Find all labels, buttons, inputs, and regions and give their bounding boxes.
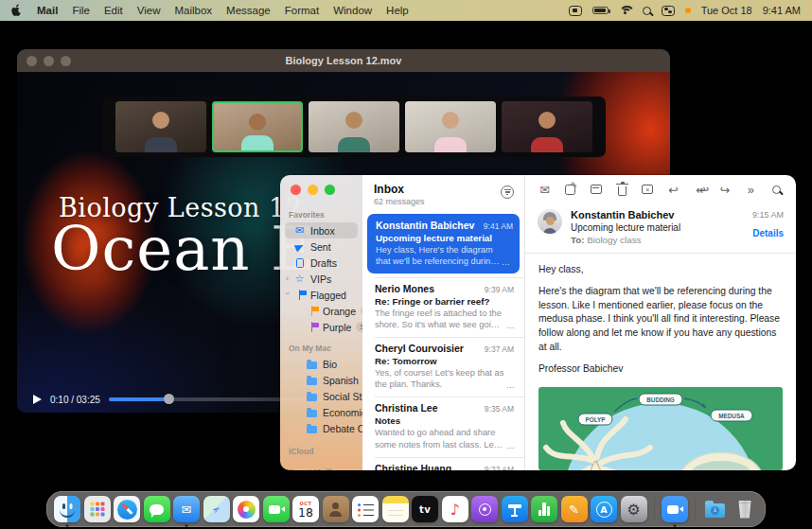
trash-icon[interactable] <box>615 183 629 197</box>
participant-tile <box>115 101 206 152</box>
dock-item-reminders[interactable] <box>352 496 379 522</box>
dock-item-mail[interactable]: ✉ <box>173 496 200 522</box>
search-icon[interactable] <box>769 183 784 197</box>
dock-item-numbers[interactable] <box>531 496 557 522</box>
archive-icon[interactable] <box>589 183 603 197</box>
sidebar-item-vips[interactable]: › ☆VIPs <box>285 271 358 287</box>
dock-item-trash[interactable] <box>732 496 758 522</box>
minimize-button[interactable] <box>44 56 54 66</box>
dock-item-contacts[interactable] <box>323 496 349 522</box>
sidebar-section-icloud[interactable]: iCloud <box>280 447 362 456</box>
menu-item-edit[interactable]: Edit <box>104 5 123 16</box>
close-button[interactable] <box>291 185 301 195</box>
dock-item-notes[interactable] <box>382 496 409 522</box>
spotlight-search-icon[interactable] <box>643 7 651 15</box>
dock-item-messages[interactable] <box>144 496 170 522</box>
sidebar-item-social-studies[interactable]: Social Studies <box>285 388 358 404</box>
menu-item-file[interactable]: File <box>72 5 90 16</box>
sidebar-section-favorites: Favorites <box>280 210 362 220</box>
dock-item-safari[interactable] <box>114 496 140 522</box>
dock-item-keynote[interactable] <box>502 496 528 522</box>
folder-icon <box>306 360 318 369</box>
mail-sidebar: Favorites ✉Inbox Sent Drafts › ☆VIPs › F… <box>280 175 362 470</box>
message-row[interactable]: Christina Lee9:35 AM Notes Wanted to go … <box>362 397 524 456</box>
message-row-selected[interactable]: Konstantin Babichev9:41 AM Upcoming lect… <box>367 214 520 273</box>
apple-menu-icon[interactable] <box>11 4 23 17</box>
dock-item-maps[interactable]: ➣ <box>203 496 230 522</box>
message-row[interactable]: Nerio Mones9:39 AM Re: Fringe or barrier… <box>362 277 524 337</box>
sidebar-item-sent[interactable]: Sent <box>285 238 358 255</box>
menu-bar-time[interactable]: 9:41 AM <box>763 5 801 16</box>
dock-item-appletv[interactable]: tv <box>412 496 438 522</box>
dock-item-pages[interactable]: ✎ <box>561 496 588 522</box>
body-paragraph: Professor Babichev <box>538 362 783 377</box>
sidebar-item-flag-orange[interactable]: Orange 3 <box>285 303 358 319</box>
message-list-header: Inbox 62 messages <box>362 175 524 210</box>
finder-icon <box>54 496 80 522</box>
video-overlay-heading: Ocean E <box>51 214 316 284</box>
message-row[interactable]: Cheryl Courvoisier9:37 AM Re: Tomorrow Y… <box>362 337 524 397</box>
sidebar-item-spanish[interactable]: Spanish <box>285 372 358 388</box>
mail-window-controls[interactable] <box>291 185 335 195</box>
folder-icon <box>306 408 318 417</box>
dock-item-finder[interactable] <box>54 496 80 522</box>
close-button[interactable] <box>26 56 37 66</box>
dock-item-facetime[interactable] <box>263 496 290 522</box>
sidebar-item-bio[interactable]: Bio <box>285 356 358 372</box>
reply-icon[interactable]: ↩ <box>666 183 680 197</box>
forward-icon[interactable]: ↪ <box>718 183 733 197</box>
sidebar-item-flagged[interactable]: › Flagged <box>285 287 358 303</box>
dock-item-photos[interactable] <box>233 496 259 522</box>
dock-item-appstore[interactable]: A <box>591 496 617 522</box>
video-title-bar[interactable]: Biology Lesson 12.mov <box>17 49 670 72</box>
dock-item-launchpad[interactable] <box>84 496 111 522</box>
sidebar-item-flag-purple[interactable]: Purple 5 <box>285 319 358 335</box>
details-link[interactable]: Details <box>752 228 784 238</box>
zoom-button[interactable] <box>61 56 71 66</box>
battery-icon[interactable] <box>592 7 609 15</box>
menu-item-help[interactable]: Help <box>386 5 409 16</box>
video-window-controls[interactable] <box>26 56 71 66</box>
menu-item-message[interactable]: Message <box>226 5 271 16</box>
dock-item-podcasts[interactable] <box>471 496 498 522</box>
maps-navigation-icon: ➣ <box>209 502 223 517</box>
calendar-day-label: 18 <box>298 506 313 519</box>
menu-item-mail[interactable]: Mail <box>37 5 58 16</box>
filter-icon[interactable] <box>501 185 514 199</box>
sidebar-item-drafts[interactable]: Drafts <box>285 255 358 271</box>
menu-item-window[interactable]: Window <box>333 5 372 16</box>
dock-item-downloads[interactable] <box>702 496 729 522</box>
sidebar-item-economics[interactable]: Economics <box>285 404 358 420</box>
message-row[interactable]: Christine Huang9:33 AM Debate club - res… <box>362 457 524 470</box>
sidebar-item-debate-club[interactable]: Debate Club <box>285 420 358 436</box>
video-progress-knob[interactable] <box>164 394 174 404</box>
reading-pane: ✉ × ↩ ↩↩ ↪ » Konstantin Babichev Upcomin… <box>525 175 796 470</box>
disclosure-chevron-icon[interactable]: › <box>283 292 292 295</box>
more-toolbar-items-icon[interactable]: » <box>744 183 758 197</box>
menu-item-format[interactable]: Format <box>285 5 319 16</box>
menu-item-mailbox[interactable]: Mailbox <box>174 5 212 16</box>
play-button[interactable] <box>33 395 42 404</box>
dock-item-zoom[interactable] <box>662 496 688 522</box>
reply-all-icon[interactable]: ↩↩ <box>692 183 706 197</box>
dock: ✉ ➣ OCT18 tv ♪ ✎ A ⚙ <box>46 491 766 527</box>
get-mail-icon[interactable]: ✉ <box>538 183 552 197</box>
downloads-folder-icon <box>705 503 725 518</box>
menu-item-view[interactable]: View <box>137 5 161 16</box>
screen-mirroring-icon[interactable] <box>569 6 582 16</box>
dock-item-music[interactable]: ♪ <box>442 496 468 522</box>
sidebar-item-inbox[interactable]: ✉Inbox <box>285 222 358 238</box>
zoom-button[interactable] <box>325 185 335 195</box>
dock-item-settings[interactable]: ⚙ <box>621 496 647 522</box>
compose-icon[interactable] <box>563 183 577 197</box>
wifi-icon[interactable] <box>619 6 632 16</box>
sidebar-section-smart-mailboxes[interactable]: Smart Mailboxes <box>280 467 362 470</box>
photos-flower-icon <box>238 501 256 519</box>
disclosure-chevron-icon[interactable]: › <box>286 273 289 283</box>
menu-bar-date[interactable]: Tue Oct 18 <box>701 5 752 16</box>
dock-item-calendar[interactable]: OCT18 <box>292 496 319 522</box>
control-center-icon[interactable] <box>662 6 675 16</box>
junk-icon[interactable]: × <box>641 183 655 197</box>
diagram-label-medusa: MEDUSA <box>718 412 745 418</box>
minimize-button[interactable] <box>308 185 318 195</box>
